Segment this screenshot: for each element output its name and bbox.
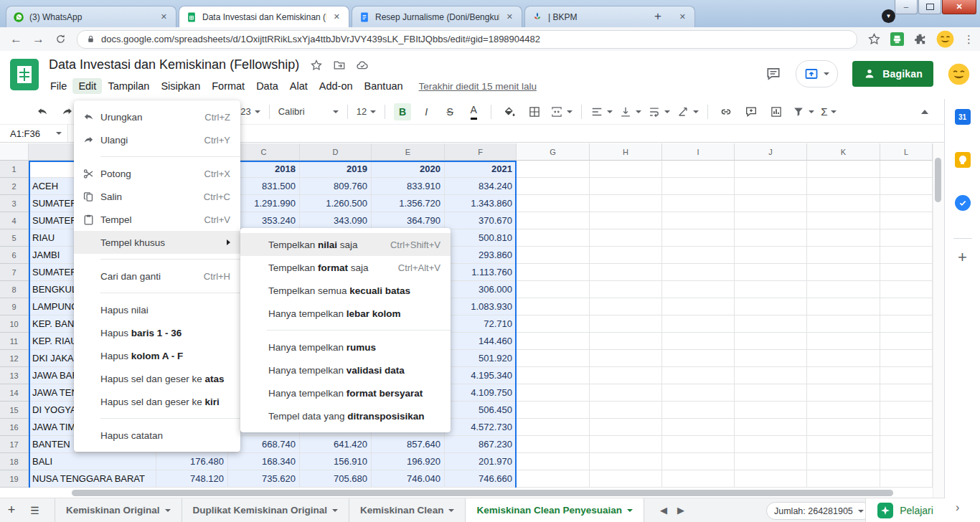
cell-H17[interactable] bbox=[590, 436, 662, 453]
tab-close-icon[interactable]: ✕ bbox=[159, 11, 169, 22]
account-avatar[interactable] bbox=[948, 63, 970, 85]
menu-alat[interactable]: Alat bbox=[284, 78, 314, 94]
column-header-K[interactable]: K bbox=[807, 143, 880, 161]
cell-H4[interactable] bbox=[590, 212, 662, 229]
last-edited-link[interactable]: Terakhir diedit 15 menit lalu bbox=[419, 81, 537, 92]
menu-item-hanya-tempelkan-validasi-data[interactable]: Hanya tempelkan validasi data bbox=[240, 359, 451, 381]
sheet-tab-duplikat-kemiskinan-original[interactable]: Duplikat Kemiskinan Original bbox=[182, 498, 350, 522]
cell-G14[interactable] bbox=[517, 384, 590, 402]
menu-bantuan[interactable]: Bantuan bbox=[359, 78, 409, 94]
sheets-logo-icon[interactable] bbox=[10, 59, 39, 90]
column-header-F[interactable]: F bbox=[445, 143, 517, 161]
cell-F12[interactable]: 501.920 bbox=[445, 350, 517, 367]
sheet-tab-kemiskinan-clean-penyesuaian[interactable]: Kemiskinan Clean Penyesuaian bbox=[466, 498, 644, 522]
row-header-15[interactable]: 15 bbox=[0, 402, 29, 419]
cell-J8[interactable] bbox=[735, 281, 807, 298]
share-button[interactable]: Bagikan bbox=[852, 61, 933, 87]
sheet-tab-kemiskinan-original[interactable]: Kemiskinan Original bbox=[55, 498, 182, 522]
select-all-corner[interactable] bbox=[0, 143, 29, 161]
cell-J3[interactable] bbox=[735, 195, 807, 212]
insert-chart-button[interactable] bbox=[767, 103, 786, 121]
cell-H12[interactable] bbox=[590, 350, 662, 367]
insert-link-button[interactable] bbox=[717, 103, 735, 121]
cell-K4[interactable] bbox=[807, 212, 880, 229]
browser-menu-icon[interactable]: ⋮ bbox=[963, 33, 974, 46]
menu-tampilan[interactable]: Tampilan bbox=[102, 78, 155, 94]
cell-I12[interactable] bbox=[662, 350, 735, 367]
row-header-9[interactable]: 9 bbox=[0, 298, 29, 315]
tab-close-icon[interactable]: ✕ bbox=[331, 11, 342, 22]
menu-item-tempel-data-yang-ditransposisikan[interactable]: Tempel data yang ditransposisikan bbox=[240, 404, 451, 427]
cell-K19[interactable] bbox=[807, 470, 880, 488]
cell-H10[interactable] bbox=[590, 315, 662, 333]
cell-H3[interactable] bbox=[590, 195, 662, 212]
row-header-14[interactable]: 14 bbox=[0, 384, 29, 402]
move-folder-icon[interactable] bbox=[333, 59, 346, 72]
cell-L8[interactable] bbox=[880, 281, 933, 298]
cell-F4[interactable]: 370.670 bbox=[445, 212, 517, 229]
cell-K2[interactable] bbox=[807, 178, 880, 195]
row-header-10[interactable]: 10 bbox=[0, 315, 29, 333]
cell-F17[interactable]: 867.230 bbox=[445, 436, 517, 453]
cell-G3[interactable] bbox=[517, 195, 590, 212]
menu-add-on[interactable]: Add-on bbox=[314, 78, 359, 94]
cell-I13[interactable] bbox=[662, 367, 735, 384]
cell-L16[interactable] bbox=[880, 419, 933, 436]
column-header-G[interactable]: G bbox=[517, 143, 590, 161]
cell-L7[interactable] bbox=[880, 264, 933, 281]
cell-J9[interactable] bbox=[735, 298, 807, 315]
reload-button[interactable] bbox=[55, 33, 67, 45]
cell-K9[interactable] bbox=[807, 298, 880, 315]
cell-I14[interactable] bbox=[662, 384, 735, 402]
menu-item-hapus-baris-1-36[interactable]: Hapus baris 1 - 36 bbox=[74, 321, 240, 344]
browser-tab-bkpm[interactable]: | BKPM✕ bbox=[524, 6, 695, 27]
cell-J11[interactable] bbox=[735, 333, 807, 350]
cell-I8[interactable] bbox=[662, 281, 735, 298]
cell-L4[interactable] bbox=[880, 212, 933, 229]
cell-I17[interactable] bbox=[662, 436, 735, 453]
menu-item-tempelkan-nilai-saja[interactable]: Tempelkan nilai sajaCtrl+Shift+V bbox=[240, 233, 451, 256]
cell-E18[interactable]: 196.920 bbox=[372, 453, 445, 470]
column-header-L[interactable]: L bbox=[880, 143, 933, 161]
cell-G10[interactable] bbox=[517, 315, 590, 333]
row-header-4[interactable]: 4 bbox=[0, 212, 29, 229]
column-header-E[interactable]: E bbox=[372, 143, 445, 161]
cell-J17[interactable] bbox=[735, 436, 807, 453]
cell-I6[interactable] bbox=[662, 247, 735, 264]
fill-color-button[interactable] bbox=[500, 103, 519, 121]
cell-J7[interactable] bbox=[735, 264, 807, 281]
column-header-J[interactable]: J bbox=[735, 143, 807, 161]
cell-J6[interactable] bbox=[735, 247, 807, 264]
cell-K16[interactable] bbox=[807, 419, 880, 436]
row-header-18[interactable]: 18 bbox=[0, 453, 29, 470]
cell-L12[interactable] bbox=[880, 350, 933, 367]
cell-J14[interactable] bbox=[735, 384, 807, 402]
cell-I5[interactable] bbox=[662, 229, 735, 247]
cell-G16[interactable] bbox=[517, 419, 590, 436]
cell-E19[interactable]: 746.040 bbox=[372, 470, 445, 488]
cell-F11[interactable]: 144.460 bbox=[445, 333, 517, 350]
tab-close-icon[interactable]: ✕ bbox=[504, 11, 515, 22]
cell-A19[interactable]: NUSA TENGGARA BARAT bbox=[29, 470, 156, 488]
menu-file[interactable]: File bbox=[44, 78, 72, 94]
cell-K3[interactable] bbox=[807, 195, 880, 212]
cell-J15[interactable] bbox=[735, 402, 807, 419]
cell-K12[interactable] bbox=[807, 350, 880, 367]
cell-F7[interactable]: 1.113.760 bbox=[445, 264, 517, 281]
cell-D2[interactable]: 809.760 bbox=[300, 178, 372, 195]
menu-item-hapus-sel-dan-geser-ke-kiri[interactable]: Hapus sel dan geser ke kiri bbox=[74, 390, 240, 413]
italic-button[interactable]: I bbox=[418, 106, 435, 118]
cell-J2[interactable] bbox=[735, 178, 807, 195]
row-header-7[interactable]: 7 bbox=[0, 264, 29, 281]
cell-L14[interactable] bbox=[880, 384, 933, 402]
bookmark-star-icon[interactable] bbox=[867, 32, 881, 46]
menu-format[interactable]: Format bbox=[206, 78, 250, 94]
browser-tab-3-whatsapp[interactable]: (3) WhatsApp✕ bbox=[6, 6, 176, 27]
cell-H7[interactable] bbox=[590, 264, 662, 281]
cell-H2[interactable] bbox=[590, 178, 662, 195]
cell-J4[interactable] bbox=[735, 212, 807, 229]
cell-L1[interactable] bbox=[880, 161, 933, 178]
menu-item-tempel-khusus[interactable]: Tempel khusus bbox=[74, 231, 240, 254]
menu-item-hanya-tempelkan-lebar-kolom[interactable]: Hanya tempelkan lebar kolom bbox=[240, 302, 451, 325]
cell-I9[interactable] bbox=[662, 298, 735, 315]
